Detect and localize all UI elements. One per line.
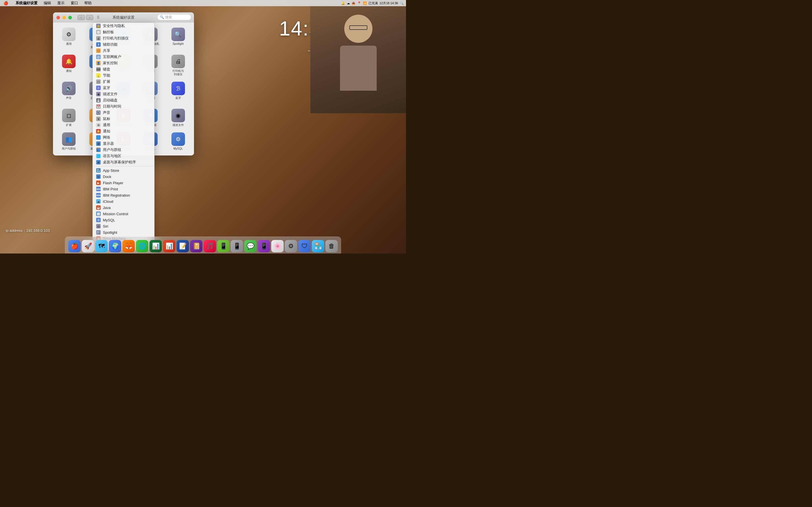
dock-icon-ppt[interactable]: 📊 xyxy=(163,240,175,252)
dropdown-item-print[interactable]: 🖨 打印机与扫描仪 xyxy=(93,35,154,41)
menubar-search-icon[interactable]: 🔍 xyxy=(400,1,404,5)
dropdown-item-siri[interactable]: ◎ Siri xyxy=(93,223,154,229)
menubar-location-icon[interactable]: 📍 xyxy=(357,1,361,5)
menu-view[interactable]: 显示 xyxy=(56,1,66,6)
dock-icon-launchpad[interactable]: 🚀 xyxy=(82,240,94,252)
dropdown-item-extend[interactable]: ◻ 扩展 xyxy=(93,78,154,85)
pref-label-general: 通用 xyxy=(66,42,71,46)
apple-menu[interactable]: 🍎 xyxy=(2,1,9,5)
dropdown-item-ibmprint[interactable]: IBM IBM Print xyxy=(93,186,154,192)
dropdown-item-dock[interactable]: ⊟ Dock xyxy=(93,173,154,180)
pref-item-print[interactable]: 🖨 打印机与扫描仪 xyxy=(165,53,191,78)
grid-view-button[interactable]: ⠿ xyxy=(97,15,100,20)
dropdown-item-sound[interactable]: 🔊 声音 xyxy=(93,110,154,116)
dock-icon-excel[interactable]: 📊 xyxy=(149,240,162,252)
pref-item-extend[interactable]: ◻ 扩展 xyxy=(56,107,82,128)
webcam-overlay xyxy=(310,6,406,113)
menubar-cloud-icon[interactable]: ☁ xyxy=(347,1,350,5)
dropdown-item-internet[interactable]: @ 互联网账户 xyxy=(93,54,154,60)
menubar-share-icon[interactable]: 📤 xyxy=(352,1,356,5)
dropdown-item-users[interactable]: 👥 用户与群组 xyxy=(93,147,154,153)
dropdown-item-mysql[interactable]: ⚙ MySQL xyxy=(93,217,154,223)
menu-app-name[interactable]: 系统偏好设置 xyxy=(14,1,39,6)
dropdown-item-bluetooth[interactable]: ℬ 蓝牙 xyxy=(93,85,154,91)
dropdown-item-icloud[interactable]: ☁ iCloud xyxy=(93,198,154,205)
pref-item-bluetooth[interactable]: ℬ 蓝牙 xyxy=(165,80,191,105)
dropdown-item-startup[interactable]: 💾 启动磁盘 xyxy=(93,97,154,103)
menu-edit[interactable]: 编辑 xyxy=(43,1,52,6)
dock: 🍎 🚀 🗺 🌍 🦊 🌐 📊 📊 📝 📔 🎵 📱 📱 💬 📱 🌸 ⚙ 🛡 🏪 🗑 xyxy=(65,237,341,253)
dock-icon-android[interactable]: 📱 xyxy=(217,240,230,252)
dropdown-item-desktop[interactable]: 🖥 桌面与屏幕保护程序 xyxy=(93,159,154,165)
nav-forward-button[interactable]: › xyxy=(86,15,93,20)
dock-icon-music[interactable]: 🎵 xyxy=(204,240,216,252)
dropdown-label-flashplayer: Flash Player xyxy=(103,181,123,185)
window-maximize-button[interactable] xyxy=(68,16,72,19)
dropdown-item-share[interactable]: ⬡ 共享 xyxy=(93,48,154,54)
dropdown-item-network[interactable]: 🌐 网络 xyxy=(93,134,154,140)
dropdown-item-datetime[interactable]: 📅 日期与时间 xyxy=(93,103,154,110)
menubar-notification-icon[interactable]: 🔔 xyxy=(341,1,345,5)
dropdown-item-keyboard[interactable]: ⌨ 键盘 xyxy=(93,66,154,72)
dock-icon-trash[interactable]: 🗑 xyxy=(325,240,338,252)
dock-icon-settings[interactable]: ⚙ xyxy=(285,240,297,252)
dock-icon-security-app[interactable]: 🛡 xyxy=(298,240,311,252)
dropdown-label-trackpad: 触控板 xyxy=(103,30,114,35)
dropdown-item-parental[interactable]: 👤 家长控制 xyxy=(93,60,154,66)
dropdown-item-energy[interactable]: 💡 节能 xyxy=(93,72,154,78)
dock-icon-ios[interactable]: 📱 xyxy=(231,240,243,252)
dock-icon-appstore-dock[interactable]: 🏪 xyxy=(312,240,324,252)
dock-icon-wechat[interactable]: 💬 xyxy=(244,240,257,252)
dropdown-label-icloud: iCloud xyxy=(103,200,113,204)
dropdown-item-appstore[interactable]: 🏪 App Store xyxy=(93,167,154,173)
search-placeholder: 搜索 xyxy=(165,15,172,20)
window-minimize-button[interactable] xyxy=(62,16,66,19)
dropdown-icon-bluetooth: ℬ xyxy=(96,86,101,90)
dropdown-item-general[interactable]: ⚙ 通用 xyxy=(93,122,154,128)
menu-window[interactable]: 窗口 xyxy=(70,1,79,6)
dock-icon-finder[interactable]: 🍎 xyxy=(68,240,81,252)
pref-item-notif[interactable]: 🔔 通知 xyxy=(56,53,82,78)
dropdown-item-display[interactable]: 🖥 显示器 xyxy=(93,140,154,147)
pref-item-sound[interactable]: 🔊 声音 xyxy=(56,80,82,105)
dropdown-item-security[interactable]: 🔒 安全性与隐私 xyxy=(93,23,154,29)
dropdown-item-lang[interactable]: 🌐 语言与地区 xyxy=(93,153,154,159)
dropdown-item-spotlight[interactable]: 🔍 Spotlight xyxy=(93,229,154,235)
dropdown-item-java[interactable]: ☕ Java xyxy=(93,205,154,211)
pref-item-voiceover[interactable]: ◉ 描述文件 xyxy=(165,107,191,128)
menubar-wifi-icon[interactable]: 📶 xyxy=(363,1,367,5)
dropdown-item-flashplayer[interactable]: ▶ Flash Player xyxy=(93,180,154,186)
menubar-time: 12月18 14:36 xyxy=(379,1,398,5)
dropdown-item-mouse[interactable]: 🖱 鼠标 xyxy=(93,116,154,122)
dock-icon-word[interactable]: 📝 xyxy=(176,240,189,252)
menu-help[interactable]: 帮助 xyxy=(83,1,93,6)
dropdown-label-parental: 家长控制 xyxy=(103,61,117,66)
search-bar[interactable]: 🔍 搜索 xyxy=(157,14,191,20)
dropdown-item-voiceover[interactable]: ◉ 描述文件 xyxy=(93,91,154,97)
window-close-button[interactable] xyxy=(56,16,60,19)
dropdown-label-sound: 声音 xyxy=(103,110,110,115)
pref-item-spotlight[interactable]: 🔍 Spotlight xyxy=(165,26,191,51)
dock-icon-safari[interactable]: 🌍 xyxy=(109,240,121,252)
dock-icon-flower[interactable]: 🌸 xyxy=(271,240,284,252)
dropdown-icon-spotlight: 🔍 xyxy=(96,230,101,235)
dropdown-icon-datetime: 📅 xyxy=(96,104,101,109)
dropdown-icon-general: ⚙ xyxy=(96,123,101,127)
dropdown-item-access[interactable]: ♿ 辅助功能 xyxy=(93,41,154,48)
dropdown-item-missioncontrol[interactable]: ⬜ Mission Control xyxy=(93,211,154,217)
dock-icon-onenote[interactable]: 📔 xyxy=(190,240,202,252)
dock-icon-firefox[interactable]: 🦊 xyxy=(122,240,135,252)
dropdown-item-trackpad[interactable]: ⬜ 触控板 xyxy=(93,29,154,35)
dropdown-item-ibmreg[interactable]: IBM IBM Registration xyxy=(93,192,154,198)
nav-buttons: ‹ › xyxy=(78,15,93,20)
dropdown-icon-sound: 🔊 xyxy=(96,110,101,115)
pref-item-mysql[interactable]: ⚙ MySQL xyxy=(165,131,191,152)
pref-item-general[interactable]: ⚙ 通用 xyxy=(56,26,82,51)
dock-icon-maps[interactable]: 🗺 xyxy=(95,240,108,252)
nav-back-button[interactable]: ‹ xyxy=(78,15,85,20)
dropdown-label-network: 网络 xyxy=(103,135,110,140)
dock-icon-chrome[interactable]: 🌐 xyxy=(136,240,148,252)
dropdown-item-notif[interactable]: 🔔 通知 xyxy=(93,128,154,134)
pref-item-users[interactable]: 👥 用户与群组 xyxy=(56,131,82,152)
dock-icon-app2[interactable]: 📱 xyxy=(258,240,270,252)
